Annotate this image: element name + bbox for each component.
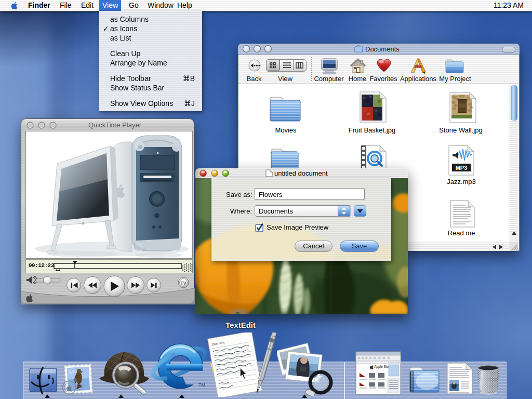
- svg-text:1.0: 1.0: [69, 369, 75, 375]
- svg-text:MP3: MP3: [456, 165, 468, 171]
- svg-text:TM: TM: [198, 382, 205, 388]
- svg-text:TV: TV: [181, 281, 187, 286]
